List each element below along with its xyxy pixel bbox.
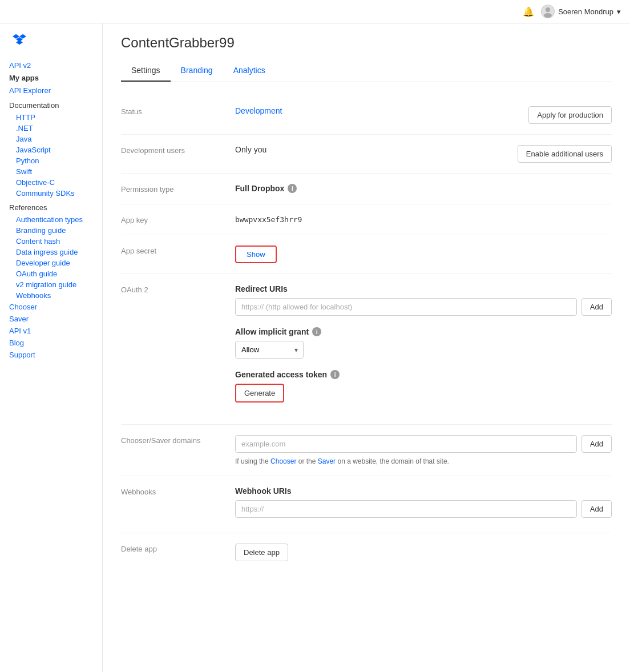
sidebar-link-api-v2[interactable]: API v2: [9, 59, 93, 71]
allow-implicit-info-icon[interactable]: i: [312, 327, 321, 336]
sidebar-item-blog[interactable]: Blog: [9, 337, 93, 349]
sidebar-group-documentation: Documentation: [9, 96, 93, 112]
sidebar-link-community-sdks[interactable]: Community SDKs: [16, 188, 93, 199]
sidebar-link-auth-types[interactable]: Authentication types: [16, 214, 93, 225]
sidebar-item-dotnet[interactable]: .NET: [9, 123, 93, 134]
permission-value: Full Dropbox i: [235, 184, 612, 193]
user-menu[interactable]: Soeren Mondrup ▾: [541, 5, 621, 18]
sidebar-group-references: References: [9, 199, 93, 214]
sidebar-link-http[interactable]: HTTP: [16, 112, 93, 123]
sidebar-link-javascript[interactable]: JavaScript: [16, 144, 93, 155]
sidebar-item-v2-migration[interactable]: v2 migration guide: [9, 279, 93, 290]
allow-implicit-section: Allow implicit grant i Allow Disallow ▾: [235, 327, 612, 359]
sidebar-link-v2-migration[interactable]: v2 migration guide: [16, 279, 93, 290]
webhook-uri-input-row: Add: [235, 500, 612, 518]
sidebar-item-saver[interactable]: Saver: [9, 313, 93, 325]
webhook-uri-input[interactable]: [235, 500, 577, 518]
sidebar-item-oauth-guide[interactable]: OAuth guide: [9, 268, 93, 279]
sidebar-link-api-explorer[interactable]: API Explorer: [9, 84, 93, 96]
webhooks-row: Webhooks Webhook URIs Add: [121, 476, 612, 533]
sidebar-link-oauth-guide[interactable]: OAuth guide: [16, 268, 93, 279]
chooser-saver-add-button[interactable]: Add: [581, 435, 612, 453]
sidebar-item-content-hash[interactable]: Content hash: [9, 236, 93, 247]
chooser-saver-row: Chooser/Saver domains Add If using the C…: [121, 425, 612, 476]
generate-token-button[interactable]: Generate: [235, 384, 284, 403]
sidebar-link-support[interactable]: Support: [9, 349, 93, 361]
sidebar-link-chooser[interactable]: Chooser: [9, 301, 93, 313]
sidebar-item-objectivec[interactable]: Objective-C: [9, 177, 93, 188]
tab-bar: Settings Branding Analytics: [121, 60, 612, 82]
sidebar-link-webhooks-ref[interactable]: Webhooks: [16, 290, 93, 301]
generated-token-info-icon[interactable]: i: [330, 370, 340, 379]
webhooks-label: Webhooks: [121, 486, 235, 496]
sidebar-link-developer-guide[interactable]: Developer guide: [16, 257, 93, 268]
sidebar-item-developer-guide[interactable]: Developer guide: [9, 257, 93, 268]
chooser-saver-input[interactable]: [235, 435, 577, 453]
sidebar-item-auth-types[interactable]: Authentication types: [9, 214, 93, 225]
sidebar-link-objectivec[interactable]: Objective-C: [16, 177, 93, 188]
saver-link[interactable]: Saver: [318, 457, 336, 465]
sidebar-link-python[interactable]: Python: [16, 155, 93, 166]
delete-app-label: Delete app: [121, 544, 235, 553]
sidebar-link-dotnet[interactable]: .NET: [16, 123, 93, 134]
redirect-uri-input[interactable]: [235, 298, 577, 316]
oauth2-label: OAuth 2: [121, 284, 235, 294]
dev-users-label: Development users: [121, 145, 235, 155]
show-secret-button[interactable]: Show: [235, 246, 277, 263]
sidebar-item-community-sdks[interactable]: Community SDKs: [9, 188, 93, 199]
app-key-value: bwwpvxx5ef3hrr9: [235, 215, 302, 224]
sidebar-item-http[interactable]: HTTP: [9, 112, 93, 123]
sidebar-link-content-hash[interactable]: Content hash: [16, 236, 93, 247]
redirect-uris-section: Redirect URIs Add: [235, 284, 612, 316]
sidebar-item-api-v2[interactable]: API v2: [9, 59, 93, 71]
webhook-uris-label: Webhook URIs: [235, 486, 612, 496]
sidebar-item-java[interactable]: Java: [9, 134, 93, 144]
allow-implicit-select-wrap: Allow Disallow ▾: [235, 341, 304, 359]
sidebar-item-python[interactable]: Python: [9, 155, 93, 166]
dev-users-value: Only you: [235, 145, 266, 154]
chooser-saver-helper: If using the Chooser or the Saver on a w…: [235, 457, 612, 465]
sidebar-item-api-v1[interactable]: API v1: [9, 325, 93, 337]
sidebar-link-blog[interactable]: Blog: [9, 337, 93, 349]
sidebar-link-saver[interactable]: Saver: [9, 313, 93, 325]
sidebar-link-branding-guide[interactable]: Branding guide: [16, 225, 93, 236]
sidebar-item-chooser[interactable]: Chooser: [9, 301, 93, 313]
svg-point-2: [544, 13, 552, 18]
webhook-add-button[interactable]: Add: [581, 500, 612, 518]
app-key-label: App key: [121, 215, 235, 224]
avatar: [541, 5, 555, 18]
app-key-row: App key bwwpvxx5ef3hrr9: [121, 204, 612, 235]
status-value[interactable]: Development: [235, 106, 282, 115]
tab-branding[interactable]: Branding: [171, 60, 223, 82]
sidebar-item-references: References: [9, 199, 93, 214]
sidebar-link-swift[interactable]: Swift: [16, 166, 93, 177]
sidebar-item-webhooks-ref[interactable]: Webhooks: [9, 290, 93, 301]
generated-token-section: Generated access token i Generate: [235, 370, 612, 403]
app-secret-label: App secret: [121, 246, 235, 255]
sidebar-item-swift[interactable]: Swift: [9, 166, 93, 177]
sidebar-item-support[interactable]: Support: [9, 349, 93, 361]
svg-point-1: [546, 7, 550, 12]
allow-implicit-select[interactable]: Allow Disallow: [235, 341, 304, 359]
sidebar-item-branding-guide[interactable]: Branding guide: [9, 225, 93, 236]
sidebar-item-javascript[interactable]: JavaScript: [9, 144, 93, 155]
enable-additional-users-button[interactable]: Enable additional users: [518, 145, 612, 163]
sidebar-link-java[interactable]: Java: [16, 134, 93, 144]
oauth2-row: OAuth 2 Redirect URIs Add Allow implicit…: [121, 274, 612, 425]
chooser-link[interactable]: Chooser: [270, 457, 296, 465]
sidebar-link-api-v1[interactable]: API v1: [9, 325, 93, 337]
permission-info-icon[interactable]: i: [288, 184, 297, 193]
apply-production-button[interactable]: Apply for production: [528, 106, 612, 124]
delete-app-button[interactable]: Delete app: [235, 544, 288, 561]
sidebar-link-data-ingress[interactable]: Data ingress guide: [16, 247, 93, 257]
redirect-uri-add-button[interactable]: Add: [581, 298, 612, 316]
sidebar-label-my-apps: My apps: [9, 71, 93, 84]
chooser-saver-input-row: Add: [235, 435, 612, 453]
tab-analytics[interactable]: Analytics: [223, 60, 276, 82]
permission-row: Permission type Full Dropbox i: [121, 174, 612, 204]
sidebar-item-api-explorer[interactable]: API Explorer: [9, 84, 93, 96]
topbar: 🔔 Soeren Mondrup ▾: [0, 0, 630, 23]
tab-settings[interactable]: Settings: [121, 60, 171, 82]
bell-icon[interactable]: 🔔: [523, 6, 534, 17]
sidebar-item-data-ingress[interactable]: Data ingress guide: [9, 247, 93, 257]
